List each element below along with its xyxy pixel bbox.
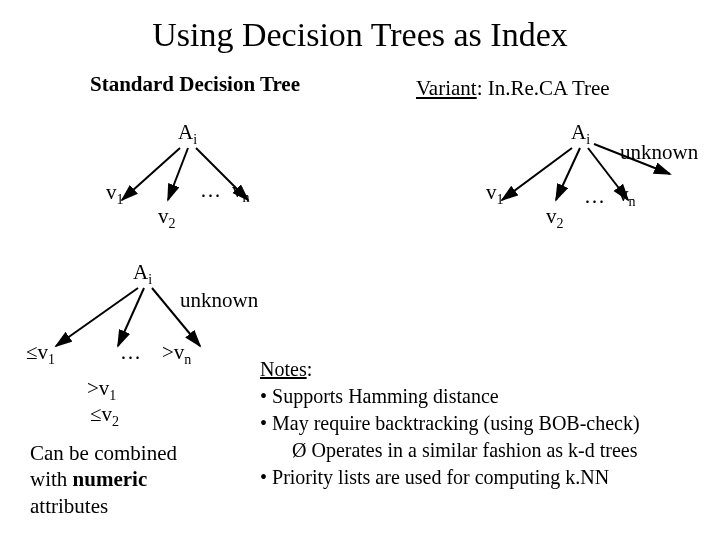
right-v1: v1	[486, 180, 504, 208]
left-gt-vn: >vn	[162, 340, 191, 368]
s: n	[184, 352, 191, 367]
s: 1	[48, 352, 55, 367]
left-unknown: unknown	[180, 288, 258, 313]
svg-line-7	[556, 148, 580, 200]
s: 1	[109, 388, 116, 403]
left-root1: Ai	[178, 120, 197, 148]
s: i	[193, 132, 197, 147]
t: v	[106, 180, 117, 204]
t: ≤v	[26, 340, 48, 364]
notes-heading: Notes:	[260, 356, 640, 383]
s: n	[243, 190, 250, 205]
left-dots: …	[200, 178, 221, 203]
t: >v	[162, 340, 184, 364]
s: 1	[117, 192, 124, 207]
svg-line-4	[118, 288, 144, 346]
t: ≤v	[90, 402, 112, 426]
t: v	[546, 204, 557, 228]
right-v2: v2	[546, 204, 564, 232]
l2b: numeric	[73, 467, 148, 491]
notes-line3: Ø Operates in a similar fashion as k-d t…	[260, 437, 640, 464]
s: 2	[557, 216, 564, 231]
notes-block: Notes: • Supports Hamming distance • May…	[260, 356, 640, 491]
left-le-v2: ≤v2	[90, 402, 119, 430]
t: A	[178, 120, 193, 144]
svg-line-6	[502, 148, 572, 200]
left-v2: v2	[158, 204, 176, 232]
t: Operates in a similar fashion as k-d tre…	[311, 439, 637, 461]
svg-line-3	[56, 288, 138, 346]
s: i	[148, 272, 152, 287]
s: 1	[497, 192, 504, 207]
l1: Can be combined	[30, 441, 177, 465]
notes-line4: • Priority lists are used for computing …	[260, 464, 640, 491]
left-le-v1: ≤v1	[26, 340, 55, 368]
notes-line1: • Supports Hamming distance	[260, 383, 640, 410]
s: i	[586, 132, 590, 147]
s: 2	[112, 414, 119, 429]
l3: attributes	[30, 494, 108, 518]
t: v	[232, 178, 243, 202]
t: >v	[87, 376, 109, 400]
t: v	[158, 204, 169, 228]
t: A	[571, 120, 586, 144]
s: n	[629, 194, 636, 209]
notes-line2: • May require backtracking (using BOB-ch…	[260, 410, 640, 437]
t: v	[618, 182, 629, 206]
combine-block: Can be combined with numeric attributes	[30, 440, 240, 519]
right-root: Ai	[571, 120, 590, 148]
p: Ø	[292, 439, 311, 461]
t: A	[133, 260, 148, 284]
t: Notes	[260, 358, 307, 380]
s: 2	[169, 216, 176, 231]
right-unknown: unknown	[620, 140, 698, 165]
right-vn: vn	[618, 182, 636, 210]
c: :	[307, 358, 313, 380]
left-vn: vn	[232, 178, 250, 206]
left-root2: Ai	[133, 260, 152, 288]
left-v1: v1	[106, 180, 124, 208]
left-gt-v1: >v1	[87, 376, 116, 404]
t: v	[486, 180, 497, 204]
left-dots2: …	[120, 340, 141, 365]
right-dots: …	[584, 184, 605, 209]
l2a: with	[30, 467, 73, 491]
